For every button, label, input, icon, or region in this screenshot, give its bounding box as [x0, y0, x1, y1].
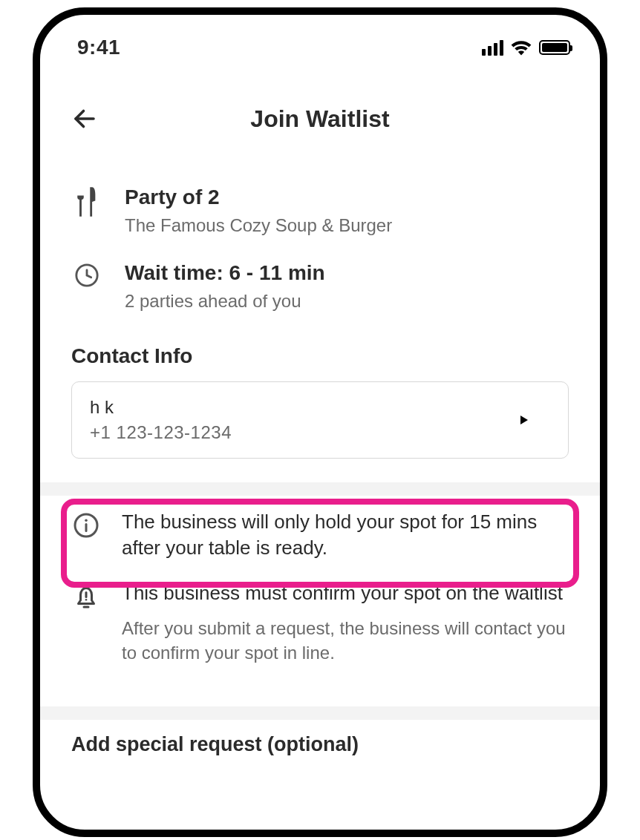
cellular-signal-icon — [482, 40, 503, 56]
utensils-icon — [71, 186, 102, 217]
caret-right-icon — [520, 416, 528, 424]
confirm-notice-title: This business must confirm your spot on … — [122, 580, 569, 606]
svg-point-7 — [85, 599, 88, 601]
device-frame: 9:41 Join Waitlist — [33, 7, 607, 837]
notice-block: The business will only hold your spot fo… — [40, 496, 600, 683]
confirm-notice-sub: After you submit a request, the business… — [122, 617, 569, 665]
back-button[interactable] — [71, 105, 98, 132]
clock-icon — [71, 261, 102, 288]
svg-point-4 — [85, 519, 88, 522]
arrow-left-icon — [71, 105, 98, 132]
party-row: Party of 2 The Famous Cozy Soup & Burger — [71, 186, 569, 236]
bell-alert-icon — [71, 580, 101, 613]
nav-header: Join Waitlist — [40, 89, 600, 148]
status-icons — [482, 39, 570, 56]
wait-row: Wait time: 6 - 11 min 2 parties ahead of… — [71, 261, 569, 312]
special-request-heading: Add special request (optional) — [71, 733, 569, 756]
wait-subtitle: 2 parties ahead of you — [125, 291, 325, 312]
section-divider — [40, 482, 600, 496]
battery-icon — [539, 40, 570, 55]
contact-heading: Contact Info — [71, 344, 569, 368]
wifi-icon — [511, 39, 532, 56]
status-bar: 9:41 — [40, 15, 600, 67]
section-divider — [40, 706, 600, 720]
status-time: 9:41 — [77, 36, 120, 59]
contact-name: h k — [90, 397, 232, 418]
page-title: Join Waitlist — [250, 105, 389, 133]
contact-phone: +1 123-123-1234 — [90, 422, 232, 443]
wait-time-title: Wait time: 6 - 11 min — [125, 261, 325, 285]
hold-notice-row: The business will only hold your spot fo… — [71, 509, 569, 561]
contact-card[interactable]: h k +1 123-123-1234 — [71, 381, 569, 459]
party-title: Party of 2 — [125, 186, 392, 209]
info-icon — [71, 509, 101, 539]
hold-notice-text: The business will only hold your spot fo… — [122, 509, 569, 561]
confirm-notice-row: This business must confirm your spot on … — [71, 580, 569, 665]
restaurant-name: The Famous Cozy Soup & Burger — [125, 215, 392, 236]
